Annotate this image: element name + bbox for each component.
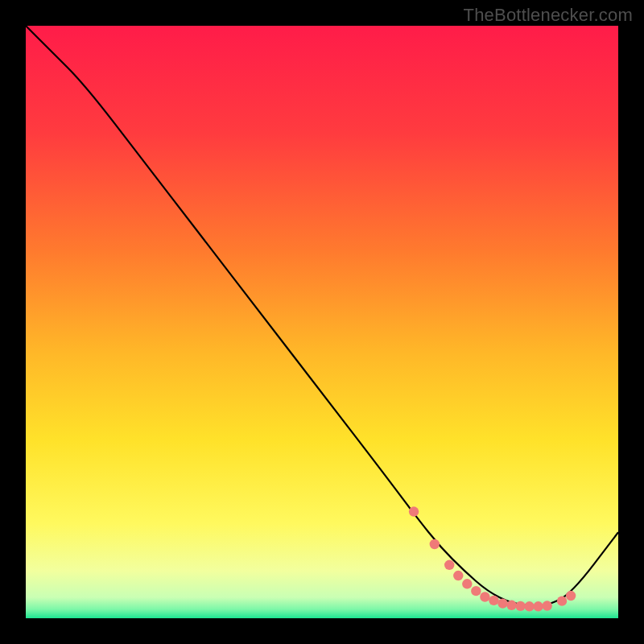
data-point — [409, 506, 419, 516]
data-point — [533, 601, 543, 611]
chart-frame: TheBottlenecker.com — [0, 0, 644, 644]
plot-area — [26, 26, 618, 618]
data-point — [497, 598, 507, 608]
gradient-background — [26, 26, 618, 618]
data-point — [506, 601, 516, 610]
data-point — [489, 596, 498, 605]
data-point — [542, 601, 551, 610]
data-point — [430, 539, 440, 549]
data-point — [471, 586, 481, 596]
chart-svg — [26, 26, 618, 618]
data-point — [515, 601, 525, 611]
data-point — [453, 571, 463, 580]
data-point — [566, 591, 576, 601]
data-point — [524, 601, 534, 611]
data-point — [444, 560, 454, 570]
data-point — [480, 592, 489, 601]
data-point — [462, 579, 472, 588]
data-point — [557, 596, 567, 605]
watermark-text: TheBottlenecker.com — [464, 5, 633, 26]
